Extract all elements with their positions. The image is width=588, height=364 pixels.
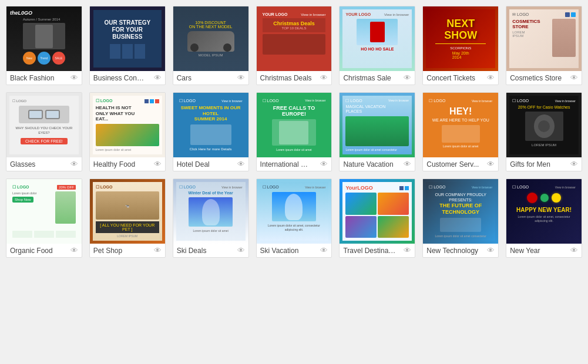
template-thumb-new-year: ☐ LOGO View in browser HAPPY NEW YEAR! L… [506, 179, 582, 244]
template-card-gifts-for-men[interactable]: ☐ LOGO View in browser 20% OFF for Casio… [506, 92, 582, 171]
preview-icon-customer-serv[interactable]: 👁 [487, 160, 495, 168]
template-label-nature-vacation: Nature Vacation👁 [340, 157, 415, 171]
template-label-cosmetics-store: Cosmetics Store👁 [506, 71, 582, 85]
preview-icon-ski-vacation[interactable]: 👁 [320, 246, 328, 255]
template-name-glasses: Glasses [10, 160, 35, 168]
template-label-cars: Cars👁 [173, 71, 248, 85]
template-card-travel-destinat[interactable]: YourLOGO Travel Destinat...👁 [339, 178, 415, 258]
template-thumb-black-fashion: theL0GO Autumn / Summer 2014 New Trend S… [6, 6, 82, 71]
template-thumb-christmas-deals: YOUR LOGO View in browser Christmas Deal… [257, 6, 332, 71]
template-card-concert-tickets[interactable]: NEXTSHOW SCORPIONS May 20th2014 Concert … [422, 6, 499, 85]
template-name-nature-vacation: Nature Vacation [343, 160, 393, 168]
template-thumb-travel-destinat: YourLOGO [340, 179, 415, 244]
preview-icon-pet-shop[interactable]: 👁 [154, 246, 162, 255]
template-name-christmas-deals: Christmas Deals [260, 74, 312, 82]
template-label-business-cons: Business Cons...👁 [90, 71, 165, 85]
template-label-concert-tickets: Concert Tickets👁 [423, 71, 498, 85]
preview-icon-organic-food[interactable]: 👁 [70, 246, 78, 255]
template-label-christmas-sale: Christmas Sale👁 [340, 71, 415, 85]
preview-icon-cosmetics-store[interactable]: 👁 [570, 73, 578, 82]
template-label-ski-deals: Ski Deals👁 [173, 244, 248, 257]
preview-icon-ski-deals[interactable]: 👁 [237, 246, 245, 255]
template-label-organic-food: Organic Food👁 [6, 244, 82, 257]
template-label-black-fashion: Black Fashion👁 [6, 71, 82, 85]
template-name-cosmetics-store: Cosmetics Store [510, 74, 562, 82]
template-name-customer-serv: Customer Serv... [426, 160, 479, 168]
preview-icon-concert-tickets[interactable]: 👁 [487, 73, 495, 82]
template-name-organic-food: Organic Food [10, 247, 53, 255]
preview-icon-new-year[interactable]: 👁 [570, 246, 578, 255]
template-label-travel-destinat: Travel Destinat...👁 [340, 244, 415, 257]
template-card-pet-shop[interactable]: ☐ LOGO 🐄 [ ALL YOU NEED FOR YOUR PET ] L… [89, 178, 166, 258]
template-thumb-cosmetics-store: ✉ LOGO COSMETICSSTORE LOREMIPSUM [506, 6, 582, 71]
template-thumb-new-technology: ☐ LOGO View in browser OUR COMPANY PROUD… [423, 179, 498, 244]
template-name-hotel-deal: Hotel Deal [177, 160, 210, 168]
template-thumb-cars: 10% DISCOUNTON THE NEXT MODEL MODEL IPSU… [173, 6, 248, 71]
template-thumb-international-calls: ☐ LOGO View in browser FREE CALLS TO EUR… [257, 93, 332, 157]
template-label-new-year: New Year👁 [506, 244, 582, 257]
template-card-new-year[interactable]: ☐ LOGO View in browser HAPPY NEW YEAR! L… [506, 178, 582, 258]
template-name-business-cons: Business Cons... [93, 74, 146, 82]
template-card-cars[interactable]: 10% DISCOUNTON THE NEXT MODEL MODEL IPSU… [173, 6, 249, 85]
template-card-cosmetics-store[interactable]: ✉ LOGO COSMETICSSTORE LOREMIPSUM Cosmeti… [506, 6, 582, 85]
template-label-international-calls: International Calls👁 [257, 157, 332, 171]
preview-icon-healthy-food[interactable]: 👁 [154, 160, 162, 168]
template-grid: theL0GO Autumn / Summer 2014 New Trend S… [6, 6, 582, 258]
template-name-ski-vacation: Ski Vacation [260, 247, 299, 255]
template-name-ski-deals: Ski Deals [177, 247, 207, 255]
template-card-nature-vacation[interactable]: ☐ LOGO View in browser MAGICAL VACATIONP… [339, 92, 415, 171]
preview-icon-international-calls[interactable]: 👁 [320, 160, 328, 168]
template-name-pet-shop: Pet Shop [93, 247, 122, 255]
template-label-glasses: Glasses👁 [6, 157, 82, 171]
preview-icon-travel-destinat[interactable]: 👁 [404, 246, 411, 255]
template-card-christmas-deals[interactable]: YOUR LOGO View in browser Christmas Deal… [256, 6, 332, 85]
template-card-hotel-deal[interactable]: ☐ LOGO View in browser SWEET MOMENTS IN … [173, 92, 249, 171]
preview-icon-glasses[interactable]: 👁 [70, 160, 78, 168]
template-name-healthy-food: Healthy Food [93, 160, 135, 168]
template-thumb-ski-vacation: ☐ LOGO View in browser Lorem ipsum dolor… [257, 179, 332, 244]
preview-icon-cars[interactable]: 👁 [237, 73, 245, 82]
template-label-gifts-for-men: Gifts for Men👁 [506, 157, 582, 171]
template-label-ski-vacation: Ski Vacation👁 [257, 244, 332, 257]
template-card-healthy-food[interactable]: ☐ LOGO HEALTH IS NOTONLY WHAT YOUEAT... … [89, 92, 166, 171]
template-label-christmas-deals: Christmas Deals👁 [257, 71, 332, 85]
template-label-customer-serv: Customer Serv...👁 [423, 157, 498, 171]
template-card-business-cons[interactable]: OUR STRATEGYFOR YOURBUSINESS Business Co… [89, 6, 166, 85]
template-name-new-year: New Year [510, 247, 540, 255]
preview-icon-hotel-deal[interactable]: 👁 [237, 160, 245, 168]
template-thumb-healthy-food: ☐ LOGO HEALTH IS NOTONLY WHAT YOUEAT... … [90, 93, 165, 157]
template-thumb-nature-vacation: ☐ LOGO View in browser MAGICAL VACATIONP… [340, 93, 415, 157]
template-card-new-technology[interactable]: ☐ LOGO View in browser OUR COMPANY PROUD… [422, 178, 499, 258]
template-thumb-organic-food: ☐ LOGO 20% OFF Lorem ipsum dolor Shop No… [6, 179, 82, 244]
template-card-ski-deals[interactable]: ☐ LOGO View in browser Winter Deal of th… [173, 178, 249, 258]
template-thumb-glasses: ☐ LOGO WHY SHOULD YOU CHECK YOUR EYES? C… [6, 93, 82, 157]
template-name-black-fashion: Black Fashion [10, 74, 54, 82]
template-thumb-business-cons: OUR STRATEGYFOR YOURBUSINESS [90, 6, 165, 71]
template-card-ski-vacation[interactable]: ☐ LOGO View in browser Lorem ipsum dolor… [256, 178, 332, 258]
template-name-concert-tickets: Concert Tickets [426, 74, 475, 82]
template-name-gifts-for-men: Gifts for Men [510, 160, 550, 168]
template-card-christmas-sale[interactable]: YOUR LOGO View in browser HO HO HO SALE … [339, 6, 415, 85]
template-name-christmas-sale: Christmas Sale [343, 74, 391, 82]
preview-icon-christmas-sale[interactable]: 👁 [404, 73, 411, 82]
template-card-international-calls[interactable]: ☐ LOGO View in browser FREE CALLS TO EUR… [256, 92, 332, 171]
preview-icon-new-technology[interactable]: 👁 [487, 246, 495, 255]
template-name-international-calls: International Calls [260, 160, 313, 168]
template-thumb-hotel-deal: ☐ LOGO View in browser SWEET MOMENTS IN … [173, 93, 248, 157]
template-card-glasses[interactable]: ☐ LOGO WHY SHOULD YOU CHECK YOUR EYES? C… [6, 92, 82, 171]
preview-icon-business-cons[interactable]: 👁 [154, 73, 162, 82]
preview-icon-gifts-for-men[interactable]: 👁 [570, 160, 578, 168]
template-card-customer-serv[interactable]: ☐ LOGO View in browser HEY! WE ARE HERE … [422, 92, 499, 171]
template-thumb-customer-serv: ☐ LOGO View in browser HEY! WE ARE HERE … [423, 93, 498, 157]
template-card-organic-food[interactable]: ☐ LOGO 20% OFF Lorem ipsum dolor Shop No… [6, 178, 82, 258]
preview-icon-black-fashion[interactable]: 👁 [70, 73, 78, 82]
template-card-black-fashion[interactable]: theL0GO Autumn / Summer 2014 New Trend S… [6, 6, 82, 85]
preview-icon-christmas-deals[interactable]: 👁 [320, 73, 328, 82]
template-name-travel-destinat: Travel Destinat... [343, 247, 396, 255]
preview-icon-nature-vacation[interactable]: 👁 [404, 160, 411, 168]
template-thumb-pet-shop: ☐ LOGO 🐄 [ ALL YOU NEED FOR YOUR PET ] L… [90, 179, 165, 244]
template-label-new-technology: New Technology👁 [423, 244, 498, 257]
template-thumb-christmas-sale: YOUR LOGO View in browser HO HO HO SALE [340, 6, 415, 71]
template-label-pet-shop: Pet Shop👁 [90, 244, 165, 257]
template-thumb-gifts-for-men: ☐ LOGO View in browser 20% OFF for Casio… [506, 93, 582, 157]
